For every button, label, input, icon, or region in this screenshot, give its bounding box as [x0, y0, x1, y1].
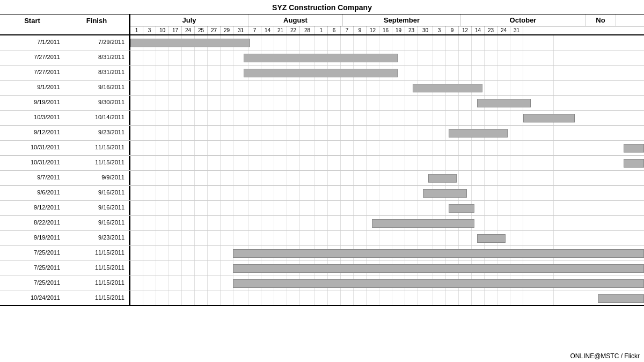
cell-finish: 11/15/2011 — [64, 141, 129, 155]
gantt-bar-area — [130, 231, 644, 245]
cell-finish: 7/29/2011 — [64, 35, 129, 50]
gantt-bar — [130, 39, 250, 47]
cell-start: 7/27/2011 — [0, 50, 64, 65]
day-12-sep: 12 — [367, 26, 379, 34]
gantt-bar — [428, 174, 457, 183]
cell-start: 8/22/2011 — [0, 216, 64, 230]
cell-start: 9/12/2011 — [0, 126, 64, 140]
gantt-page: SYZ Construction Company Start Finish Ju… — [0, 0, 644, 362]
table-row: 7/1/20117/29/2011 — [0, 35, 644, 50]
month-row: July August September October No — [130, 15, 644, 26]
cell-start: 9/6/2011 — [0, 186, 64, 200]
table-row: 9/12/20119/23/2011 — [0, 126, 644, 141]
gantt-bar — [244, 69, 398, 77]
day-24-oct: 24 — [497, 26, 510, 34]
col-start-header: Start — [0, 15, 64, 34]
table-row: 8/22/20119/16/2011 — [0, 216, 644, 231]
day-19-sep: 19 — [392, 26, 405, 34]
day-14-oct: 14 — [472, 26, 485, 34]
gantt-bar-area — [130, 291, 644, 305]
cell-start: 7/27/2011 — [0, 66, 64, 80]
day-1-sep: 1 — [315, 26, 328, 34]
gantt-bar-area — [130, 35, 644, 50]
cell-finish: 11/15/2011 — [64, 276, 129, 291]
gantt-bar-area — [130, 216, 644, 230]
day-27-jul: 27 — [208, 26, 221, 34]
cell-start: 7/25/2011 — [0, 246, 64, 260]
day-22-aug: 22 — [287, 26, 300, 34]
cell-finish: 9/16/2011 — [64, 216, 129, 230]
cell-finish: 9/9/2011 — [64, 171, 129, 185]
day-30-sep: 30 — [418, 26, 433, 34]
cell-finish: 9/16/2011 — [64, 81, 129, 95]
cell-finish: 8/31/2011 — [64, 66, 129, 80]
cell-finish: 9/23/2011 — [64, 126, 129, 140]
gantt-bar-area — [130, 66, 644, 80]
cell-finish: 9/23/2011 — [64, 231, 129, 245]
gantt-bar — [233, 264, 644, 273]
gantt-bar-area — [130, 126, 644, 140]
data-section: 7/1/20117/29/20117/27/20118/31/20117/27/… — [0, 35, 644, 360]
gantt-bar — [449, 129, 508, 137]
day-6-sep: 6 — [328, 26, 341, 34]
table-row: 10/31/201111/15/2011 — [0, 141, 644, 156]
day-9-sep: 9 — [354, 26, 367, 34]
month-october: October — [461, 15, 586, 26]
cell-finish: 11/15/2011 — [64, 246, 129, 260]
table-row: 9/7/20119/9/2011 — [0, 171, 644, 186]
day-29-jul: 29 — [221, 26, 233, 34]
table-row: 7/25/201111/15/2011 — [0, 261, 644, 276]
gantt-bar-area — [130, 156, 644, 170]
gantt-bar-area — [130, 246, 644, 260]
gantt-bar — [413, 84, 482, 92]
gantt-bar-area — [130, 50, 644, 65]
gantt-bar-area — [130, 201, 644, 215]
cell-start: 10/31/2011 — [0, 141, 64, 155]
month-nov: No — [586, 15, 616, 26]
gantt-bar — [233, 279, 644, 288]
table-row: 9/1/20119/16/2011 — [0, 81, 644, 96]
table-row: 7/27/20118/31/2011 — [0, 50, 644, 66]
day-9-oct: 9 — [446, 26, 459, 34]
cell-finish: 11/15/2011 — [64, 261, 129, 276]
day-3: 3 — [143, 26, 156, 34]
table-row: 10/3/201110/14/2011 — [0, 111, 644, 126]
right-header: July August September October No 1 3 10 … — [130, 15, 644, 34]
cell-finish: 8/31/2011 — [64, 50, 129, 65]
cell-finish: 9/16/2011 — [64, 186, 129, 200]
header-section: Start Finish July August September Octob… — [0, 15, 644, 35]
gantt-bar — [477, 99, 531, 107]
cell-start: 9/1/2011 — [0, 81, 64, 95]
month-july: July — [130, 15, 248, 26]
cell-start: 7/1/2011 — [0, 35, 64, 50]
table-row: 7/25/201111/15/2011 — [0, 246, 644, 261]
gantt-bar — [233, 249, 644, 258]
cell-finish: 11/15/2011 — [64, 156, 129, 170]
cell-start: 9/19/2011 — [0, 231, 64, 245]
day-row: 1 3 10 17 24 25 27 29 31 7 14 21 22 28 — [130, 26, 644, 34]
day-14-aug: 14 — [261, 26, 274, 34]
cell-start: 10/24/2011 — [0, 291, 64, 305]
table-row: 10/31/201111/15/2011 — [0, 156, 644, 171]
day-7-sep: 7 — [341, 26, 354, 34]
month-august: August — [248, 15, 343, 26]
day-21-aug: 21 — [274, 26, 287, 34]
col-finish-header: Finish — [64, 15, 129, 34]
table-row: 9/19/20119/23/2011 — [0, 231, 644, 246]
cell-finish: 11/15/2011 — [64, 291, 129, 305]
cell-start: 9/19/2011 — [0, 96, 64, 110]
cell-finish: 10/14/2011 — [64, 111, 129, 125]
left-header: Start Finish — [0, 15, 130, 34]
table-row: 7/25/201111/15/2011 — [0, 276, 644, 291]
gantt-bar-area — [130, 96, 644, 110]
day-31-oct: 31 — [510, 26, 523, 34]
table-row: 9/19/20119/30/2011 — [0, 96, 644, 111]
cell-finish: 9/16/2011 — [64, 201, 129, 215]
gantt-bar — [523, 114, 575, 122]
month-september: September — [343, 15, 461, 26]
cell-start: 7/25/2011 — [0, 261, 64, 276]
cell-start: 10/31/2011 — [0, 156, 64, 170]
gantt-bar-area — [130, 261, 644, 276]
day-1: 1 — [130, 26, 143, 34]
day-3-oct: 3 — [433, 26, 446, 34]
